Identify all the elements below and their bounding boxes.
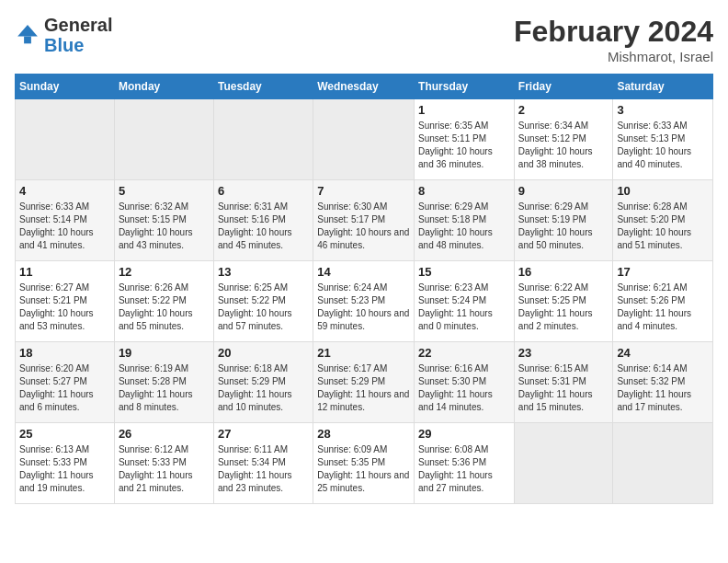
day-info: Sunrise: 6:11 AMSunset: 5:34 PMDaylight:… [218,443,309,495]
calendar-cell: 1Sunrise: 6:35 AMSunset: 5:11 PMDaylight… [415,99,515,180]
logo-general-text: General [44,15,112,35]
day-info: Sunrise: 6:31 AMSunset: 5:16 PMDaylight:… [218,201,309,252]
calendar-cell: 19Sunrise: 6:19 AMSunset: 5:28 PMDayligh… [114,342,213,423]
day-info: Sunrise: 6:28 AMSunset: 5:20 PMDaylight:… [617,201,709,252]
calendar-cell: 9Sunrise: 6:29 AMSunset: 5:19 PMDaylight… [514,180,613,261]
day-number: 20 [218,346,309,360]
col-header-thursday: Thursday [415,75,515,99]
day-number: 26 [119,427,210,441]
calendar-cell: 26Sunrise: 6:12 AMSunset: 5:33 PMDayligh… [114,423,213,504]
col-header-wednesday: Wednesday [313,75,415,99]
day-number: 11 [19,265,110,279]
day-number: 4 [19,184,110,198]
day-info: Sunrise: 6:08 AMSunset: 5:36 PMDaylight:… [418,443,510,495]
day-info: Sunrise: 6:24 AMSunset: 5:23 PMDaylight:… [317,282,410,333]
calendar-cell: 12Sunrise: 6:26 AMSunset: 5:22 PMDayligh… [114,261,213,342]
calendar-cell: 5Sunrise: 6:32 AMSunset: 5:15 PMDaylight… [114,180,213,261]
week-row: 25Sunrise: 6:13 AMSunset: 5:33 PMDayligh… [16,423,713,504]
day-info: Sunrise: 6:13 AMSunset: 5:33 PMDaylight:… [19,443,110,495]
day-info: Sunrise: 6:25 AMSunset: 5:22 PMDaylight:… [218,282,309,333]
calendar-cell [313,99,415,180]
day-number: 27 [218,427,309,441]
svg-marker-0 [17,25,38,36]
calendar-cell: 29Sunrise: 6:08 AMSunset: 5:36 PMDayligh… [415,423,515,504]
day-info: Sunrise: 6:15 AMSunset: 5:31 PMDaylight:… [518,362,609,414]
calendar-cell: 22Sunrise: 6:16 AMSunset: 5:30 PMDayligh… [415,342,515,423]
calendar-cell: 28Sunrise: 6:09 AMSunset: 5:35 PMDayligh… [313,423,415,504]
day-info: Sunrise: 6:20 AMSunset: 5:27 PMDaylight:… [19,362,110,414]
calendar-cell [213,99,313,180]
day-number: 1 [418,103,510,117]
col-header-monday: Monday [114,75,213,99]
logo: General Blue [15,15,112,55]
day-info: Sunrise: 6:14 AMSunset: 5:32 PMDaylight:… [617,362,709,414]
week-row: 4Sunrise: 6:33 AMSunset: 5:14 PMDaylight… [16,180,713,261]
day-info: Sunrise: 6:30 AMSunset: 5:17 PMDaylight:… [317,201,410,252]
day-number: 29 [418,427,510,441]
calendar-cell [514,423,613,504]
day-number: 7 [317,184,410,198]
day-info: Sunrise: 6:34 AMSunset: 5:12 PMDaylight:… [518,120,609,171]
day-info: Sunrise: 6:19 AMSunset: 5:28 PMDaylight:… [119,362,210,414]
col-header-sunday: Sunday [16,75,115,99]
calendar-cell: 23Sunrise: 6:15 AMSunset: 5:31 PMDayligh… [514,342,613,423]
week-row: 1Sunrise: 6:35 AMSunset: 5:11 PMDaylight… [16,99,713,180]
calendar-cell: 11Sunrise: 6:27 AMSunset: 5:21 PMDayligh… [16,261,115,342]
calendar-cell: 21Sunrise: 6:17 AMSunset: 5:29 PMDayligh… [313,342,415,423]
day-number: 19 [119,346,210,360]
svg-rect-1 [24,37,31,44]
day-info: Sunrise: 6:22 AMSunset: 5:25 PMDaylight:… [518,282,609,333]
calendar-cell: 10Sunrise: 6:28 AMSunset: 5:20 PMDayligh… [613,180,713,261]
logo-blue-text: Blue [44,35,84,55]
day-number: 17 [617,265,709,279]
calendar-cell: 2Sunrise: 6:34 AMSunset: 5:12 PMDaylight… [514,99,613,180]
day-number: 5 [119,184,210,198]
day-number: 16 [518,265,609,279]
calendar-cell: 7Sunrise: 6:30 AMSunset: 5:17 PMDaylight… [313,180,415,261]
day-info: Sunrise: 6:12 AMSunset: 5:33 PMDaylight:… [119,443,210,495]
calendar-cell: 24Sunrise: 6:14 AMSunset: 5:32 PMDayligh… [613,342,713,423]
week-row: 18Sunrise: 6:20 AMSunset: 5:27 PMDayligh… [16,342,713,423]
week-row: 11Sunrise: 6:27 AMSunset: 5:21 PMDayligh… [16,261,713,342]
day-info: Sunrise: 6:18 AMSunset: 5:29 PMDaylight:… [218,362,309,414]
calendar-cell: 3Sunrise: 6:33 AMSunset: 5:13 PMDaylight… [613,99,713,180]
calendar-cell [613,423,713,504]
calendar-cell: 18Sunrise: 6:20 AMSunset: 5:27 PMDayligh… [16,342,115,423]
page-header: General Blue February 2024 Mishmarot, Is… [15,15,713,64]
day-info: Sunrise: 6:23 AMSunset: 5:24 PMDaylight:… [418,282,510,333]
calendar-cell: 8Sunrise: 6:29 AMSunset: 5:18 PMDaylight… [415,180,515,261]
calendar-cell: 15Sunrise: 6:23 AMSunset: 5:24 PMDayligh… [415,261,515,342]
calendar-cell: 6Sunrise: 6:31 AMSunset: 5:16 PMDaylight… [213,180,313,261]
logo-icon [15,22,40,48]
day-number: 12 [119,265,210,279]
day-info: Sunrise: 6:35 AMSunset: 5:11 PMDaylight:… [418,120,510,171]
calendar-cell: 4Sunrise: 6:33 AMSunset: 5:14 PMDaylight… [16,180,115,261]
calendar-table: SundayMondayTuesdayWednesdayThursdayFrid… [15,74,713,504]
calendar-cell: 16Sunrise: 6:22 AMSunset: 5:25 PMDayligh… [514,261,613,342]
col-header-tuesday: Tuesday [213,75,313,99]
day-number: 10 [617,184,709,198]
calendar-cell: 20Sunrise: 6:18 AMSunset: 5:29 PMDayligh… [213,342,313,423]
col-header-saturday: Saturday [613,75,713,99]
calendar-cell: 14Sunrise: 6:24 AMSunset: 5:23 PMDayligh… [313,261,415,342]
day-info: Sunrise: 6:17 AMSunset: 5:29 PMDaylight:… [317,362,410,414]
day-info: Sunrise: 6:33 AMSunset: 5:13 PMDaylight:… [617,120,709,171]
calendar-cell: 17Sunrise: 6:21 AMSunset: 5:26 PMDayligh… [613,261,713,342]
calendar-cell: 27Sunrise: 6:11 AMSunset: 5:34 PMDayligh… [213,423,313,504]
day-number: 6 [218,184,309,198]
day-number: 28 [317,427,410,441]
day-number: 18 [19,346,110,360]
day-info: Sunrise: 6:29 AMSunset: 5:18 PMDaylight:… [418,201,510,252]
day-number: 25 [19,427,110,441]
day-info: Sunrise: 6:32 AMSunset: 5:15 PMDaylight:… [119,201,210,252]
day-number: 2 [518,103,609,117]
day-info: Sunrise: 6:26 AMSunset: 5:22 PMDaylight:… [119,282,210,333]
day-number: 23 [518,346,609,360]
day-number: 21 [317,346,410,360]
day-number: 24 [617,346,709,360]
day-number: 15 [418,265,510,279]
title-block: February 2024 Mishmarot, Israel [514,15,713,64]
col-header-friday: Friday [514,75,613,99]
calendar-cell [16,99,115,180]
day-info: Sunrise: 6:21 AMSunset: 5:26 PMDaylight:… [617,282,709,333]
